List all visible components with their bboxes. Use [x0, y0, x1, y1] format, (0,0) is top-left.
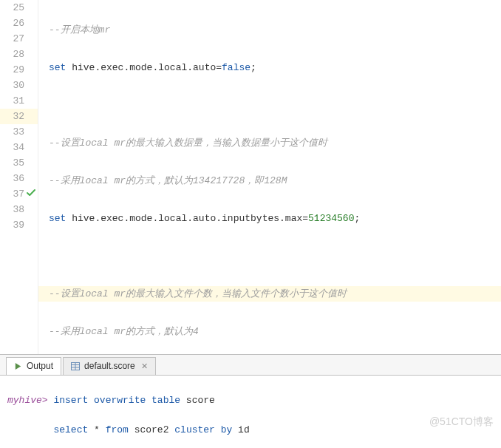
- keyword-set: set: [49, 62, 66, 73]
- line-number-gutter: 25 26 27 28 29 30 31 32 33 34 35 36 37 3…: [0, 0, 38, 354]
- table-icon: [71, 362, 80, 370]
- keyword-set: set: [49, 213, 66, 224]
- line-number: 30: [0, 78, 38, 93]
- code-editor[interactable]: 25 26 27 28 29 30 31 32 33 34 35 36 37 3…: [0, 0, 501, 355]
- check-icon: [27, 189, 37, 199]
- line-number: 25: [0, 0, 38, 16]
- comment: --设置local mr的最大输入文件个数，当输入文件个数小于这个值时: [49, 288, 347, 299]
- line-number: 28: [0, 47, 38, 62]
- comment: --设置local mr的最大输入数据量，当输入数据量小于这个值时: [49, 138, 327, 149]
- line-number: 32: [0, 109, 38, 124]
- line-number: 26: [0, 16, 38, 31]
- number-literal: 51234560: [308, 213, 354, 224]
- line-number: 37: [0, 186, 38, 202]
- tab-output[interactable]: Output: [6, 357, 61, 375]
- line-number: 27: [0, 31, 38, 47]
- tab-label: Output: [27, 361, 53, 371]
- line-number: 38: [0, 202, 38, 217]
- line-number: 33: [0, 124, 38, 140]
- line-number: 35: [0, 155, 38, 171]
- line-number: 29: [0, 62, 38, 78]
- console-prompt: myhive>: [7, 395, 48, 406]
- value-false: false: [222, 62, 250, 73]
- line-number: 31: [0, 93, 38, 109]
- line-number: 36: [0, 171, 38, 186]
- comment: --采用local mr的方式，默认为4: [49, 326, 199, 337]
- code-content[interactable]: --开启本地mr set hive.exec.mode.local.auto=f…: [38, 0, 501, 355]
- output-console[interactable]: myhive> insert overwrite table score sel…: [0, 376, 501, 448]
- line-number: 34: [0, 140, 38, 155]
- tab-default-score[interactable]: default.score ✕: [63, 357, 156, 375]
- close-icon[interactable]: ✕: [141, 362, 148, 371]
- tab-label: default.score: [84, 361, 135, 371]
- line-number: 39: [0, 217, 38, 233]
- output-panel-tabs: Output default.score ✕: [0, 355, 501, 376]
- comment: --开启本地mr: [49, 24, 110, 35]
- comment: --采用local mr的方式，默认为134217728，即128M: [49, 175, 287, 186]
- run-icon: [14, 362, 22, 370]
- svg-marker-0: [16, 362, 21, 369]
